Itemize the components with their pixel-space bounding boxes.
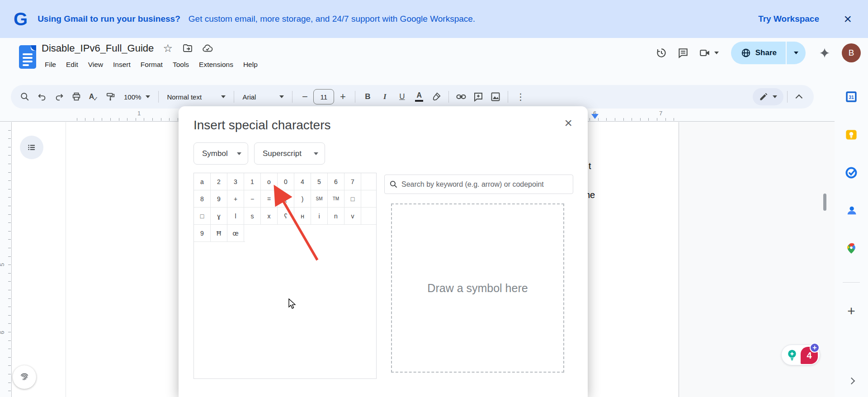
contacts-icon[interactable] <box>840 200 862 222</box>
char-cell[interactable]: + <box>227 190 244 207</box>
char-cell[interactable]: ʕ <box>278 208 294 224</box>
tasks-icon[interactable] <box>840 162 862 184</box>
undo-icon[interactable] <box>33 88 51 105</box>
italic-button[interactable]: I <box>376 88 393 105</box>
font-family-select[interactable]: Arial <box>238 88 288 105</box>
calendar-icon[interactable]: 31 <box>840 86 862 108</box>
move-folder-icon[interactable] <box>182 43 193 54</box>
char-cell[interactable]: n <box>328 208 344 224</box>
char-cell[interactable]: i <box>311 208 328 224</box>
menu-view[interactable]: View <box>83 59 108 71</box>
paragraph-style-select[interactable]: Normal text <box>162 88 230 105</box>
assistant-widget[interactable]: 4 + <box>781 345 820 365</box>
menu-format[interactable]: Format <box>136 59 168 71</box>
char-cell[interactable]: − <box>244 190 261 207</box>
char-cell[interactable]: v <box>344 208 361 224</box>
char-cell[interactable]: □ <box>194 208 211 224</box>
category-dropdown[interactable]: Symbol <box>193 142 248 165</box>
char-cell[interactable]: x <box>261 208 278 224</box>
draw-symbol-area[interactable]: Draw a symbol here <box>391 203 564 373</box>
bold-button[interactable]: B <box>359 88 376 105</box>
subcategory-dropdown[interactable]: Superscript <box>254 142 325 165</box>
char-cell[interactable]: = <box>261 190 278 207</box>
document-title[interactable]: Disable_IPv6_Full_Guide <box>42 43 154 54</box>
star-icon[interactable]: ☆ <box>162 43 174 54</box>
cloud-saved-icon[interactable] <box>202 43 213 54</box>
show-document-outline-button[interactable] <box>20 136 43 159</box>
redo-icon[interactable] <box>51 88 68 105</box>
char-cell[interactable]: s <box>244 208 261 224</box>
char-cell[interactable]: SM <box>311 190 328 207</box>
char-cell-target[interactable]: o <box>261 173 278 190</box>
char-cell[interactable]: 9 <box>211 190 227 207</box>
char-cell[interactable]: ) <box>294 190 311 207</box>
menu-file[interactable]: File <box>40 59 61 71</box>
print-icon[interactable] <box>68 88 85 105</box>
char-cell[interactable]: l <box>227 208 244 224</box>
vertical-scrollbar-thumb[interactable] <box>823 194 826 211</box>
insert-link-icon[interactable] <box>453 88 470 105</box>
menu-edit[interactable]: Edit <box>61 59 83 71</box>
comments-icon[interactable] <box>672 42 694 64</box>
char-cell[interactable]: 2 <box>211 173 227 190</box>
expand-side-panel-icon[interactable] <box>840 370 862 392</box>
char-cell[interactable]: 9 <box>194 225 211 241</box>
char-cell[interactable]: a <box>194 173 211 190</box>
video-call-caret-icon <box>714 52 719 54</box>
char-cell[interactable]: œ <box>227 225 244 241</box>
underline-button[interactable]: U <box>393 88 410 105</box>
zoom-select[interactable]: 100% <box>119 88 155 105</box>
char-cell[interactable]: 4 <box>294 173 311 190</box>
docs-logo-icon[interactable] <box>19 45 36 69</box>
char-cell[interactable]: ( <box>278 190 294 207</box>
insert-image-icon[interactable] <box>487 88 504 105</box>
char-cell[interactable]: Ħ <box>211 225 227 241</box>
grammar-badge[interactable]: 4 + <box>801 347 818 364</box>
gemini-spark-icon[interactable] <box>814 42 835 64</box>
more-options-icon[interactable]: ⋮ <box>512 88 529 105</box>
char-cell[interactable]: □ <box>344 190 361 207</box>
collapse-toolbar-icon[interactable] <box>791 88 808 105</box>
accessibility-touch-button[interactable] <box>13 365 36 389</box>
add-apps-button[interactable]: + <box>840 300 862 322</box>
vertical-ruler[interactable]: 5 6 7 8 <box>0 122 12 397</box>
search-icon <box>389 180 398 189</box>
char-cell[interactable]: 8 <box>194 190 211 207</box>
video-call-button[interactable] <box>694 42 724 64</box>
share-button[interactable]: Share <box>731 42 806 64</box>
avatar[interactable]: B <box>842 43 861 62</box>
char-cell[interactable]: 6 <box>328 173 344 190</box>
increase-font-size-button[interactable]: + <box>334 88 351 105</box>
add-comment-icon[interactable] <box>470 88 487 105</box>
indent-marker[interactable] <box>591 114 599 119</box>
decrease-font-size-button[interactable]: − <box>296 88 313 105</box>
char-cell[interactable]: 5 <box>311 173 328 190</box>
menu-extensions[interactable]: Extensions <box>194 59 238 71</box>
char-cell[interactable]: TM <box>328 190 344 207</box>
fingerprint-icon <box>19 371 30 383</box>
spellcheck-icon[interactable]: A ✓ <box>85 88 102 105</box>
menu-insert[interactable]: Insert <box>108 59 136 71</box>
menu-tools[interactable]: Tools <box>168 59 194 71</box>
menu-help[interactable]: Help <box>238 59 263 71</box>
font-size-input[interactable]: 11 <box>313 89 334 104</box>
char-cell[interactable]: 0 <box>278 173 294 190</box>
highlight-color-icon[interactable] <box>428 88 445 105</box>
keep-icon[interactable] <box>840 124 862 146</box>
char-cell[interactable]: ɣ <box>211 208 227 224</box>
character-search-input[interactable] <box>401 180 568 189</box>
version-history-icon[interactable] <box>651 42 672 64</box>
maps-icon[interactable] <box>840 238 862 260</box>
char-cell[interactable]: 1 <box>244 173 261 190</box>
banner-close-icon[interactable]: × <box>844 12 852 26</box>
char-cell[interactable]: 3 <box>227 173 244 190</box>
search-menus-icon[interactable] <box>16 88 33 105</box>
try-workspace-link[interactable]: Try Workspace <box>758 14 819 24</box>
char-cell[interactable]: 7 <box>344 173 361 190</box>
text-color-button[interactable]: A <box>410 92 428 102</box>
char-cell[interactable]: ʜ <box>294 208 311 224</box>
paint-format-icon[interactable] <box>102 88 119 105</box>
editing-mode-button[interactable] <box>753 88 783 105</box>
share-dropdown-button[interactable] <box>787 42 806 64</box>
dialog-close-icon[interactable]: × <box>564 116 572 130</box>
